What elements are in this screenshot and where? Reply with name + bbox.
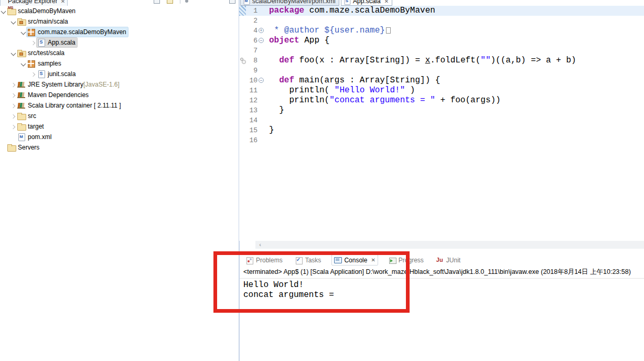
code-token	[269, 56, 279, 65]
package-explorer-tab[interactable]: Package Explorer✕	[0, 0, 68, 6]
tab-pom-xml[interactable]: scalaDemoByMaven/pom.xml	[240, 0, 339, 6]
chevron-down-icon[interactable]	[0, 8, 7, 15]
chevron-right-icon[interactable]	[10, 123, 17, 130]
code-token: package	[269, 6, 309, 15]
code-token: App {	[304, 36, 329, 45]
code-line[interactable]: 13 }	[239, 105, 644, 115]
tree-item-label: scalaDemoByMaven	[16, 6, 76, 16]
code-line[interactable]: 4+ * @author ${user.name}	[239, 26, 644, 36]
folding-column	[257, 105, 265, 115]
tree-item[interactable]: target	[0, 121, 238, 132]
scroll-left-arrow-icon[interactable]: ‹	[256, 241, 264, 249]
chevron-down-icon[interactable]	[20, 60, 27, 67]
console-output-line: Hello World!	[243, 280, 644, 290]
code-line[interactable]: 10− def main(args : Array[String]) {	[239, 76, 644, 86]
chevron-right-icon[interactable]	[10, 113, 17, 120]
code-token: println(	[269, 95, 329, 105]
code-line[interactable]: 15}	[239, 125, 644, 135]
link-with-editor-icon[interactable]	[167, 0, 173, 4]
chevron-right-icon[interactable]	[10, 81, 17, 88]
range-indicator	[239, 6, 246, 16]
tree-item[interactable]: Servers	[0, 142, 238, 153]
code-line[interactable]: 11 println( "Hello World!" )	[239, 86, 644, 95]
code-token: x	[425, 56, 431, 65]
toolbar-separator	[180, 0, 180, 4]
console-tab-progress[interactable]: Progress	[387, 254, 426, 266]
fold-collapse-icon[interactable]: −	[259, 78, 264, 83]
tree-item[interactable]: MSscalaDemoByMaven	[0, 6, 238, 16]
console-tab-tasks[interactable]: Tasks	[293, 254, 324, 266]
tree-item[interactable]: samples	[0, 58, 238, 69]
chevron-right-icon[interactable]	[10, 92, 17, 99]
code-text: }	[265, 125, 274, 135]
fold-expand-icon[interactable]: +	[259, 28, 264, 33]
horizontal-scrollbar[interactable]: ‹	[255, 241, 644, 249]
tree-item[interactable]: JRE System Library [JavaSE-1.6]	[0, 79, 238, 90]
minimize-icon[interactable]	[229, 0, 235, 4]
code-line[interactable]: 6−object App {	[239, 36, 644, 46]
code-line[interactable]: 8 def foo(x : Array[String]) = x.foldLef…	[239, 56, 644, 66]
line-number: 10	[246, 76, 257, 86]
code-token: ""	[480, 56, 490, 65]
tree-item[interactable]: src/test/scala	[0, 48, 238, 58]
console-tab-junit[interactable]: JUnit	[434, 254, 463, 266]
line-number: 7	[246, 46, 257, 56]
console-output[interactable]: Hello World!concat arguments =	[240, 279, 644, 300]
console-tab-label: Tasks	[305, 257, 321, 264]
code-line[interactable]: 14	[239, 115, 644, 125]
chevron-right-icon[interactable]	[30, 39, 37, 46]
chevron-right-icon[interactable]	[30, 71, 37, 78]
code-token: foo(x : Array[String]) =	[299, 56, 425, 65]
folder-icon	[7, 143, 16, 152]
code-line[interactable]: 9	[239, 66, 644, 76]
code-line[interactable]: 2	[239, 16, 644, 26]
package-icon	[27, 59, 36, 68]
code-editor[interactable]: 1package com.maze.scalaDemoByMaven24+ * …	[239, 6, 644, 241]
tree-item[interactable]: Maven Dependencies	[0, 90, 238, 100]
folded-region-box-icon[interactable]	[386, 27, 391, 34]
fold-collapse-icon[interactable]: −	[259, 38, 264, 43]
folding-column	[257, 46, 265, 56]
tree-item[interactable]: src/main/scala	[0, 16, 238, 27]
close-icon[interactable]: ✕	[384, 0, 389, 4]
package-inner-icon	[19, 21, 23, 24]
tree-item[interactable]: src	[0, 111, 238, 121]
code-token: def	[279, 76, 299, 85]
chevron-right-icon[interactable]	[10, 102, 17, 109]
tree-item-body: src	[17, 111, 38, 121]
tree-item-body: Servers	[7, 143, 41, 152]
close-icon[interactable]: ✕	[61, 0, 65, 4]
chevron-down-icon[interactable]	[10, 18, 17, 25]
console-tab-problems[interactable]: Problems	[244, 254, 285, 266]
console-tab-console[interactable]: Console✕	[331, 254, 378, 266]
code-line[interactable]: 7	[239, 46, 644, 56]
console-tab-label: JUnit	[446, 257, 460, 264]
code-token: )((a,b) => a + b)	[490, 56, 576, 65]
view-menu-icon[interactable]	[185, 0, 188, 3]
line-number: 9	[246, 66, 257, 76]
tree-item-label: src/test/scala	[26, 48, 65, 58]
chevron-down-icon[interactable]	[20, 29, 27, 36]
chevron-down-icon[interactable]	[10, 50, 17, 57]
line-number: 12	[246, 95, 257, 105]
tree-item[interactable]: com.maze.scalaDemoByMaven	[0, 27, 238, 37]
tab-app-scala[interactable]: App.scala✕	[341, 0, 392, 6]
tree-item-body: pom.xml	[17, 132, 53, 142]
tree-item-label: samples	[36, 58, 61, 69]
tree-item[interactable]: junit.scala	[0, 69, 238, 79]
code-line[interactable]: 12 println("concat arguments = " + foo(a…	[239, 95, 644, 105]
code-line[interactable]: 1package com.maze.scalaDemoByMaven	[239, 6, 644, 16]
code-line[interactable]: 16	[239, 135, 644, 145]
scala-file-icon	[37, 70, 46, 78]
collapse-all-icon[interactable]	[154, 0, 160, 4]
code-text: def main(args : Array[String]) {	[265, 76, 440, 86]
tree-item[interactable]: pom.xml	[0, 132, 238, 142]
tree-item-label: junit.scala	[46, 69, 76, 79]
tab-label: scalaDemoByMaven/pom.xml	[252, 0, 336, 5]
tree-item[interactable]: App.scala	[0, 37, 238, 48]
tree-item[interactable]: Scala Library container [ 2.11.11 ]	[0, 100, 238, 111]
line-number: 13	[246, 105, 257, 115]
maven-scala-project-icon: MS	[7, 7, 16, 15]
line-number: 8	[246, 56, 257, 66]
close-icon[interactable]: ✕	[371, 257, 375, 263]
